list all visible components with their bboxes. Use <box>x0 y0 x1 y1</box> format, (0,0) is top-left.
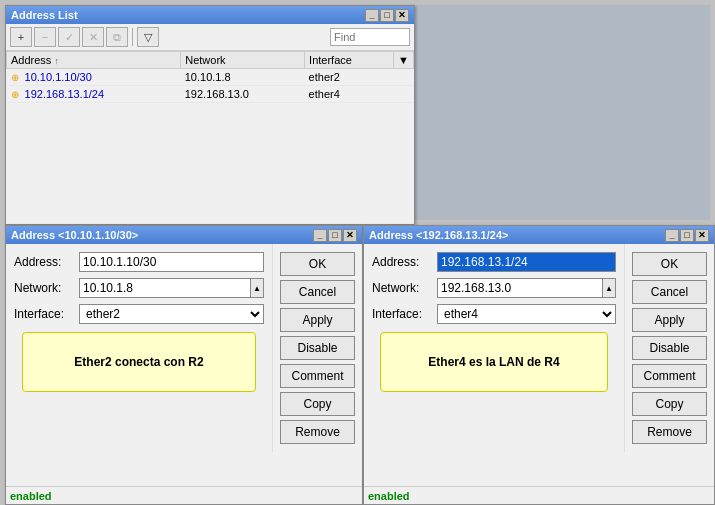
dialog2-apply-btn[interactable]: Apply <box>632 308 707 332</box>
dialog2-cancel-btn[interactable]: Cancel <box>632 280 707 304</box>
dialog1-title-bar: Address <10.10.1.10/30> _ □ ✕ <box>6 226 362 244</box>
dialog2-interface-row: Interface: ether4 <box>372 304 616 324</box>
dialog1-address-label: Address: <box>14 255 79 269</box>
extra-cell <box>394 86 414 103</box>
filter-btn[interactable]: ▽ <box>137 27 159 47</box>
dialog2-title-bar: Address <192.168.13.1/24> _ □ ✕ <box>364 226 714 244</box>
row-icon: ⊕ <box>11 89 19 100</box>
dialog2-comment-btn[interactable]: Comment <box>632 364 707 388</box>
dialog1-interface-select[interactable]: ether2 <box>79 304 264 324</box>
dialog1-apply-btn[interactable]: Apply <box>280 308 355 332</box>
dialog1-window: Address <10.10.1.10/30> _ □ ✕ Address: N… <box>5 225 363 505</box>
extra-cell <box>394 69 414 86</box>
close-btn[interactable]: ✕ <box>395 9 409 22</box>
col-extra: ▼ <box>394 52 414 69</box>
dialog2-copy-btn[interactable]: Copy <box>632 392 707 416</box>
gray-background <box>415 5 710 220</box>
dialog1-comment-btn[interactable]: Comment <box>280 364 355 388</box>
dialog1-ok-btn[interactable]: OK <box>280 252 355 276</box>
dialog2-body: Address: Network: ▲ Interface: ether4 Et… <box>364 244 714 452</box>
dialog2-ok-btn[interactable]: OK <box>632 252 707 276</box>
dialog1-network-row: Network: ▲ <box>14 278 264 298</box>
dialog2-title: Address <192.168.13.1/24> <box>369 229 508 241</box>
dialog1-body: Address: Network: ▲ Interface: ether2 Et… <box>6 244 362 452</box>
dialog1-network-spin[interactable]: ▲ <box>250 278 264 298</box>
dialog1-title-buttons: _ □ ✕ <box>313 229 357 242</box>
dialog2-interface-select[interactable]: ether4 <box>437 304 616 324</box>
dialog2-window: Address <192.168.13.1/24> _ □ ✕ Address:… <box>363 225 715 505</box>
dialog2-network-row: Network: ▲ <box>372 278 616 298</box>
table-row[interactable]: ⊕ 192.168.13.1/24 192.168.13.0 ether4 <box>7 86 414 103</box>
dialog1-maximize-btn[interactable]: □ <box>328 229 342 242</box>
add-btn[interactable]: + <box>10 27 32 47</box>
dialog1-interface-field: ether2 <box>79 304 264 324</box>
network-cell: 192.168.13.0 <box>181 86 305 103</box>
dialog1-title: Address <10.10.1.10/30> <box>11 229 138 241</box>
maximize-btn[interactable]: □ <box>380 9 394 22</box>
dialog2-minimize-btn[interactable]: _ <box>665 229 679 242</box>
address-value: 192.168.13.1/24 <box>25 88 105 100</box>
address-table: Address ↑ Network Interface ▼ ⊕ 10.10.1.… <box>6 51 414 103</box>
network-cell: 10.10.1.8 <box>181 69 305 86</box>
col-network[interactable]: Network <box>181 52 305 69</box>
dialog2-disable-btn[interactable]: Disable <box>632 336 707 360</box>
dialog2-status: enabled <box>368 490 410 502</box>
address-list-title-bar: Address List _ □ ✕ <box>6 6 414 24</box>
copy-btn[interactable]: ⧉ <box>106 27 128 47</box>
dialog2-left: Address: Network: ▲ Interface: ether4 Et… <box>364 244 624 452</box>
cancel-btn[interactable]: ✕ <box>82 27 104 47</box>
dialog2-network-spin[interactable]: ▲ <box>602 278 616 298</box>
dialog2-network-field: ▲ <box>437 278 616 298</box>
row-icon: ⊕ <box>11 72 19 83</box>
dialog2-title-buttons: _ □ ✕ <box>665 229 709 242</box>
dialog2-network-input[interactable] <box>437 278 602 298</box>
dialog1-copy-btn[interactable]: Copy <box>280 392 355 416</box>
address-table-container: Address ↑ Network Interface ▼ ⊕ 10.10.1.… <box>6 51 414 226</box>
dialog1-interface-label: Interface: <box>14 307 79 321</box>
dialog1-left: Address: Network: ▲ Interface: ether2 Et… <box>6 244 272 452</box>
address-cell: ⊕ 10.10.1.10/30 <box>7 69 181 86</box>
dialog2-address-input[interactable] <box>437 252 616 272</box>
dialog1-network-label: Network: <box>14 281 79 295</box>
dialog1-status: enabled <box>10 490 52 502</box>
address-value: 10.10.1.10/30 <box>25 71 92 83</box>
dialog1-minimize-btn[interactable]: _ <box>313 229 327 242</box>
interface-cell: ether2 <box>305 69 394 86</box>
dialog2-remove-btn[interactable]: Remove <box>632 420 707 444</box>
dialog1-network-field: ▲ <box>79 278 264 298</box>
dialog1-remove-btn[interactable]: Remove <box>280 420 355 444</box>
remove-btn[interactable]: − <box>34 27 56 47</box>
dialog1-close-btn[interactable]: ✕ <box>343 229 357 242</box>
dialog2-interface-label: Interface: <box>372 307 437 321</box>
col-address[interactable]: Address ↑ <box>7 52 181 69</box>
dialog1-address-input[interactable] <box>79 252 264 272</box>
interface-cell: ether4 <box>305 86 394 103</box>
toolbar-separator <box>132 28 133 46</box>
dialog2-status-bar: enabled <box>364 486 714 504</box>
dialog1-cancel-btn[interactable]: Cancel <box>280 280 355 304</box>
title-bar-buttons: _ □ ✕ <box>365 9 409 22</box>
table-row[interactable]: ⊕ 10.10.1.10/30 10.10.1.8 ether2 <box>7 69 414 86</box>
col-interface[interactable]: Interface <box>305 52 394 69</box>
dialog2-network-label: Network: <box>372 281 437 295</box>
dialog1-disable-btn[interactable]: Disable <box>280 336 355 360</box>
dialog2-close-btn[interactable]: ✕ <box>695 229 709 242</box>
address-list-title: Address List <box>11 9 78 21</box>
dialog1-status-bar: enabled <box>6 486 362 504</box>
dialog2-note: Ether4 es la LAN de R4 <box>380 332 608 392</box>
sort-icon: ↑ <box>54 56 59 66</box>
address-cell: ⊕ 192.168.13.1/24 <box>7 86 181 103</box>
dialog2-interface-field: ether4 <box>437 304 616 324</box>
dialog2-maximize-btn[interactable]: □ <box>680 229 694 242</box>
dialog1-interface-row: Interface: ether2 <box>14 304 264 324</box>
dialog2-buttons: OK Cancel Apply Disable Comment Copy Rem… <box>624 244 714 452</box>
minimize-btn[interactable]: _ <box>365 9 379 22</box>
confirm-btn[interactable]: ✓ <box>58 27 80 47</box>
dialog1-network-input[interactable] <box>79 278 250 298</box>
find-input[interactable] <box>330 28 410 46</box>
dialog1-note: Ether2 conecta con R2 <box>22 332 256 392</box>
address-list-toolbar: + − ✓ ✕ ⧉ ▽ <box>6 24 414 51</box>
dialog2-address-label: Address: <box>372 255 437 269</box>
dialog2-address-row: Address: <box>372 252 616 272</box>
address-list-window: Address List _ □ ✕ + − ✓ ✕ ⧉ ▽ Address ↑… <box>5 5 415 225</box>
